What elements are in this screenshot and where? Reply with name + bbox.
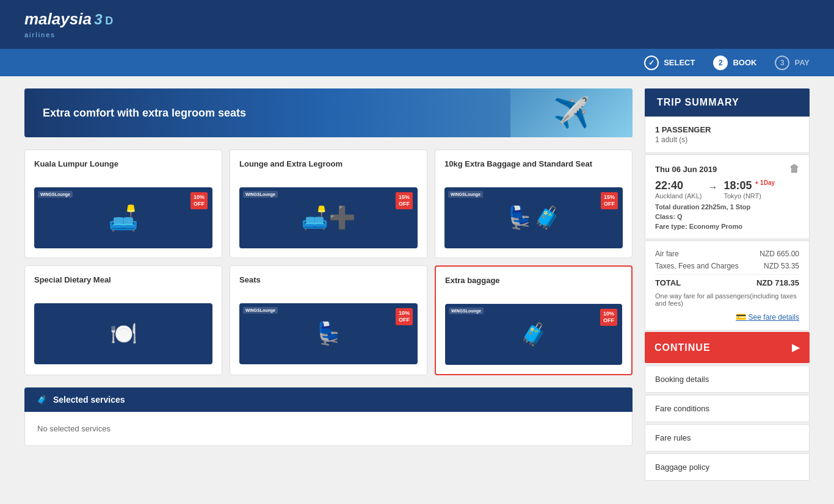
- continue-arrow-icon: ▶: [792, 342, 800, 353]
- flight-class: Class: Q: [655, 213, 799, 220]
- depart-info: 22:40 Auckland (AKL): [655, 179, 702, 200]
- step-select: ✓ SELECT: [644, 56, 695, 70]
- trip-summary-title: TRIP SUMMARY: [657, 97, 739, 107]
- continue-label: CONTINUE: [655, 342, 711, 353]
- flight-section: Thu 06 Jun 2019 🗑 22:40 Auckland (AKL) →…: [645, 154, 810, 239]
- selected-services-body: No selected services: [24, 412, 633, 446]
- card-seats-title: Seats: [239, 275, 418, 297]
- suitcase-icon: 🧳: [37, 395, 47, 405]
- baggage-seat-icon: 💺🧳: [506, 205, 561, 231]
- total-value: NZD 718.35: [756, 278, 799, 287]
- delete-flight-icon[interactable]: 🗑: [789, 164, 799, 175]
- card-meal-title: Special Dietary Meal: [34, 275, 212, 297]
- step-select-label: SELECT: [664, 58, 695, 67]
- lounge-legroom-icon: 🛋️➕: [301, 205, 356, 231]
- continue-button[interactable]: CONTINUE ▶: [645, 332, 810, 363]
- banner-text: Extra comfort with extra legroom seats: [43, 107, 246, 120]
- content-area: Extra comfort with extra legroom seats ✈…: [24, 88, 633, 483]
- flight-date: Thu 06 Jun 2019 🗑: [655, 164, 799, 175]
- passenger-sub: 1 adult (s): [655, 135, 799, 144]
- seats-icon: 💺: [315, 321, 343, 347]
- fare-conditions-label: Fare conditions: [655, 404, 709, 413]
- card-baggage-seat[interactable]: 10kg Extra Baggage and Standard Seat WIN…: [435, 149, 633, 258]
- passenger-label: 1 PASSENGER: [655, 125, 799, 134]
- baggage-policy-accordion[interactable]: Baggage policy: [645, 453, 810, 481]
- fare-rules-accordion[interactable]: Fare rules: [645, 424, 810, 452]
- card-lounge-legroom-image: WINGSLounge 15%OFF 🛋️➕: [239, 187, 418, 248]
- partner-logo-2: WINGSLounge: [243, 191, 278, 198]
- flight-times: 22:40 Auckland (AKL) → 18:05 + 1Day Toky…: [655, 179, 799, 200]
- arrive-city: Tokyo (NRT): [723, 192, 775, 200]
- card-lounge-legroom-title: Lounge and Extra Legroom: [239, 159, 418, 181]
- baggage-policy-label: Baggage policy: [655, 463, 709, 472]
- total-label: TOTAL: [655, 278, 681, 287]
- arrive-time: 18:05 + 1Day: [723, 179, 775, 192]
- logo-text: malaysia 3 D airlines: [24, 10, 113, 40]
- step-book-circle: 2: [713, 56, 728, 70]
- fare-type: Fare type: Economy Promo: [655, 223, 799, 230]
- air-fare-value: NZD 665.00: [760, 250, 799, 258]
- card-meal-image: 🍽️: [34, 303, 212, 364]
- step-pay-circle: 3: [775, 56, 789, 70]
- header: malaysia 3 D airlines: [0, 0, 834, 49]
- partner-logo-5: WINGSLounge: [243, 307, 278, 314]
- passenger-section: 1 PASSENGER 1 adult (s): [645, 117, 810, 153]
- fare-rules-label: Fare rules: [655, 433, 691, 442]
- discount-badge-6: 10%OFF: [600, 309, 617, 326]
- card-kl-lounge-title: Kuala Lumpur Lounge: [34, 159, 212, 181]
- progress-bar: ✓ SELECT 2 BOOK 3 PAY: [0, 49, 834, 76]
- depart-city: Auckland (AKL): [655, 192, 702, 200]
- discount-badge-2: 15%OFF: [396, 192, 413, 209]
- discount-badge-1: 10%OFF: [190, 192, 208, 209]
- selected-services-label: Selected services: [53, 395, 125, 405]
- discount-badge-3: 15%OFF: [601, 192, 618, 209]
- air-fare-label: Air fare: [655, 250, 679, 258]
- fare-note: One way fare for all passengers(includin…: [655, 292, 799, 307]
- total-row: TOTAL NZD 718.35: [655, 274, 799, 287]
- card-extra-baggage-image: WINGSLounge 10%OFF 🧳: [445, 304, 622, 365]
- logo: malaysia 3 D airlines: [24, 10, 113, 40]
- depart-time: 22:40: [655, 179, 702, 192]
- service-cards-grid: Kuala Lumpur Lounge WINGSLounge 10%OFF 🛋…: [24, 149, 633, 375]
- card-seats-image: WINGSLounge 10%OFF 💺: [239, 303, 418, 364]
- taxes-label: Taxes, Fees and Charges: [655, 262, 739, 270]
- extra-baggage-icon: 🧳: [520, 322, 548, 347]
- card-extra-baggage-title: Extra baggage: [445, 276, 622, 298]
- flight-arrow: →: [708, 179, 717, 193]
- booking-details-accordion[interactable]: Booking details: [645, 365, 810, 393]
- trip-summary-header: TRIP SUMMARY: [645, 88, 810, 117]
- card-extra-baggage[interactable]: Extra baggage WINGSLounge 10%OFF 🧳: [435, 265, 633, 375]
- card-baggage-seat-image: WINGSLounge 15%OFF 💺🧳: [444, 187, 623, 248]
- partner-logo-6: WINGSLounge: [449, 308, 484, 314]
- booking-details-label: Booking details: [655, 375, 709, 384]
- step-pay-label: PAY: [794, 58, 810, 67]
- partner-logo-1: WINGSLounge: [38, 191, 73, 198]
- card-lounge-legroom[interactable]: Lounge and Extra Legroom WINGSLounge 15%…: [230, 149, 427, 258]
- no-services-text: No selected services: [37, 424, 111, 433]
- card-seats[interactable]: Seats WINGSLounge 10%OFF 💺: [230, 265, 427, 375]
- selected-services-container: 🧳 Selected services No selected services: [24, 387, 633, 446]
- day-plus: + 1Day: [755, 179, 775, 186]
- lounge-icon: 🛋️: [108, 204, 139, 232]
- see-fare-details-link[interactable]: 💳 See fare details: [655, 312, 799, 322]
- meal-icon: 🍽️: [110, 321, 137, 347]
- air-fare-row: Air fare NZD 665.00: [655, 250, 799, 258]
- card-baggage-seat-title: 10kg Extra Baggage and Standard Seat: [444, 159, 623, 181]
- taxes-row: Taxes, Fees and Charges NZD 53.35: [655, 262, 799, 270]
- promo-banner: Extra comfort with extra legroom seats ✈…: [24, 88, 633, 137]
- step-book[interactable]: 2 BOOK: [713, 56, 756, 70]
- banner-image: ✈️: [510, 88, 633, 137]
- card-kl-lounge[interactable]: Kuala Lumpur Lounge WINGSLounge 10%OFF 🛋…: [24, 149, 222, 258]
- sidebar: TRIP SUMMARY 1 PASSENGER 1 adult (s) Thu…: [645, 88, 810, 483]
- card-kl-lounge-image: WINGSLounge 10%OFF 🛋️: [34, 187, 212, 248]
- card-meal[interactable]: Special Dietary Meal 🍽️: [24, 265, 222, 375]
- step-pay[interactable]: 3 PAY: [775, 56, 810, 70]
- arrive-info: 18:05 + 1Day Tokyo (NRT): [723, 179, 775, 200]
- main-layout: Extra comfort with extra legroom seats ✈…: [0, 76, 834, 495]
- fare-section: Air fare NZD 665.00 Taxes, Fees and Char…: [645, 240, 810, 331]
- flight-date-text: Thu 06 Jun 2019: [655, 165, 717, 174]
- partner-logo-3: WINGSLounge: [448, 191, 483, 198]
- step-book-label: BOOK: [733, 58, 756, 67]
- fare-conditions-accordion[interactable]: Fare conditions: [645, 395, 810, 422]
- taxes-value: NZD 53.35: [764, 262, 799, 270]
